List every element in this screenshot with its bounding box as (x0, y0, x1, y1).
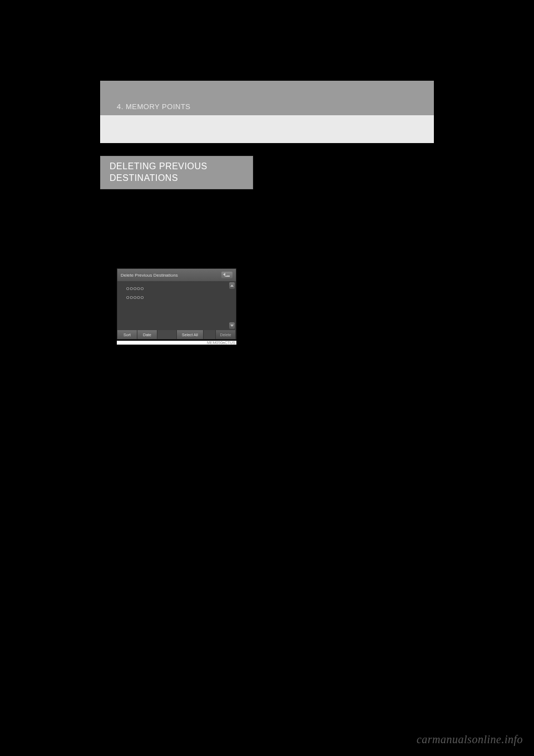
svg-marker-1 (230, 325, 234, 327)
nav-body: OOOOO OOOOO (117, 281, 236, 330)
delete-button[interactable]: Delete (216, 330, 236, 339)
scroll-down-button[interactable] (229, 322, 235, 329)
nav-screenshot-figure: Delete Previous Destinations OOOOO OOOOO… (117, 268, 236, 345)
breadcrumb: 4. MEMORY POINTS (117, 102, 191, 111)
date-button[interactable]: Date (137, 330, 157, 339)
watermark-text: carmanualsonline.info (417, 733, 523, 746)
image-reference-code: MEM050aCTUS (117, 341, 236, 345)
nav-footer: Sort Date Select All Delete (117, 330, 236, 339)
list-item[interactable]: OOOOO (126, 293, 225, 301)
nav-screen-title: Delete Previous Destinations (121, 273, 178, 278)
footer-spacer (157, 330, 177, 339)
page-header-bar: 4. MEMORY POINTS (100, 81, 434, 115)
chevron-down-icon (230, 325, 234, 327)
sort-button[interactable]: Sort (117, 330, 137, 339)
select-all-button[interactable]: Select All (177, 330, 204, 339)
chevron-up-icon (230, 284, 234, 287)
section-title-line1: DELETING PREVIOUS (110, 161, 207, 171)
nav-screen: Delete Previous Destinations OOOOO OOOOO… (117, 268, 236, 340)
scroll-column (228, 281, 236, 330)
nav-titlebar: Delete Previous Destinations (117, 269, 236, 281)
svg-marker-0 (230, 284, 234, 287)
destination-list: OOOOO OOOOO (117, 281, 228, 330)
list-item[interactable]: OOOOO (126, 284, 225, 292)
section-heading-box: DELETING PREVIOUS DESTINATIONS (100, 156, 253, 189)
sub-header-strip (100, 115, 434, 143)
section-title-line2: DESTINATIONS (110, 173, 178, 183)
section-title: DELETING PREVIOUS DESTINATIONS (110, 161, 244, 184)
scroll-up-button[interactable] (229, 282, 235, 289)
footer-spacer-2 (204, 330, 216, 339)
back-arrow-icon (224, 273, 230, 277)
back-button[interactable] (221, 272, 233, 278)
